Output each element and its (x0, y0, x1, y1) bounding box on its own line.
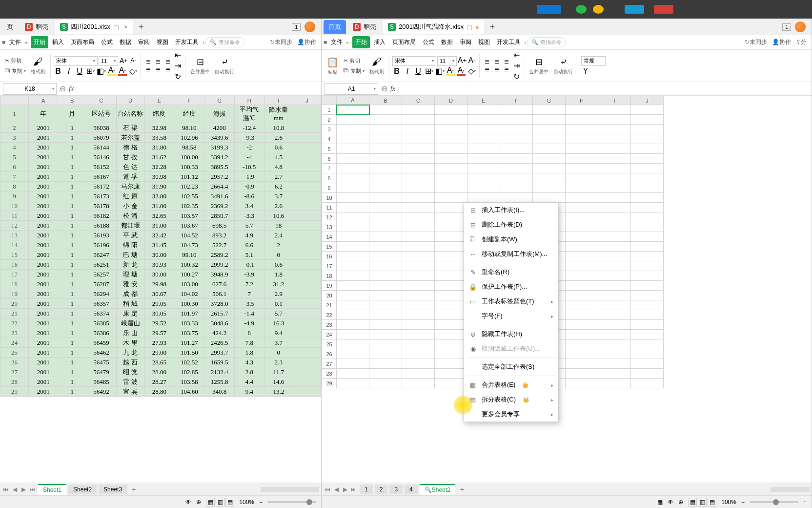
command-search-r[interactable]: 🔍 查找命令 (527, 37, 566, 47)
view-normal-r[interactable]: ▦ (688, 498, 697, 507)
align-top-right[interactable]: ≡ (163, 59, 172, 65)
cell-address-r[interactable]: A1▾ (325, 83, 378, 95)
fx-icon[interactable]: fx (387, 85, 398, 93)
zoom-out-icon[interactable]: ⊖ (60, 84, 66, 93)
tab-doke[interactable]: D 稻壳 (20, 20, 53, 34)
font-name-select-r[interactable]: 宋体▾ (392, 56, 436, 66)
highlight-button[interactable]: A▾ (107, 67, 116, 76)
ctx-tab-color[interactable]: ▭工作表标签颜色(T)▸ (464, 294, 558, 309)
underline-button[interactable]: U (414, 67, 423, 76)
currency-icon[interactable]: ¥ (581, 67, 590, 76)
sheet-nav-last[interactable]: ⏭ (28, 486, 36, 493)
italic-button[interactable]: I (403, 67, 412, 76)
tab-home[interactable]: 页 (2, 20, 18, 34)
ctx-hide[interactable]: ⊘隐藏工作表(H) (464, 327, 558, 341)
ctx-select-all[interactable]: 选定全部工作表(S) (464, 360, 558, 374)
align-top-left[interactable]: ≡ (144, 59, 153, 65)
align-right[interactable]: ≡ (163, 66, 172, 73)
eye-icon-r[interactable]: 👁 (668, 499, 673, 506)
highlight-button[interactable]: A▾ (446, 67, 455, 76)
align-top-center[interactable]: ≡ (154, 59, 162, 65)
sheet-nav-prev-r[interactable]: ◀ (332, 486, 340, 493)
merge-icon-r[interactable]: ⊟ (535, 57, 543, 67)
ctx-more-vip[interactable]: 更多会员专享▸ (464, 407, 558, 422)
tab-home-r[interactable]: 首页 (324, 20, 346, 34)
indent-inc[interactable]: ⇥ (173, 62, 182, 70)
view-break[interactable]: ▤ (225, 498, 234, 507)
font-color-button[interactable]: A▾ (118, 67, 127, 76)
ribbon-dev[interactable]: 开发工具 (172, 36, 202, 48)
ctx-copy-sheet[interactable]: ⿻创建副本(W) (464, 232, 558, 247)
view-normal[interactable]: ▦ (206, 498, 215, 507)
copy-button[interactable]: ⿻复制▾ (3, 66, 28, 76)
ribbon-view[interactable]: 视图 (154, 36, 171, 48)
indent-dec[interactable]: ⇤ (173, 51, 182, 60)
font-size-select-r[interactable]: 11▾ (437, 56, 457, 66)
sheet-nav-next[interactable]: ▶ (20, 486, 27, 493)
align-center[interactable]: ≡ (154, 66, 162, 73)
formula-input[interactable] (77, 84, 321, 94)
zoom-slider[interactable] (267, 501, 316, 503)
sync-status-r[interactable]: ↻未同步 (745, 38, 767, 46)
font-name-select[interactable]: 宋体▾ (54, 56, 98, 66)
bold-button[interactable]: B (392, 67, 401, 76)
ribbon-layout[interactable]: 页面布局 (68, 36, 97, 48)
sheet-num-4[interactable]: 4 (405, 485, 418, 494)
font-color-button[interactable]: A▾ (457, 67, 466, 76)
ctx-delete-sheet[interactable]: ⊟删除工作表(D) (464, 217, 558, 232)
font-grow-icon[interactable]: A+ (458, 56, 467, 65)
save-icon[interactable]: ▫ (25, 39, 27, 46)
ribbon-start-r[interactable]: 开始 (352, 36, 370, 48)
avatar-r[interactable] (795, 21, 806, 32)
formula-input-r[interactable] (398, 84, 812, 94)
font-grow-icon[interactable]: A+ (119, 56, 128, 65)
collab-status[interactable]: 👤协作 (297, 38, 316, 46)
tab-pin-icon[interactable]: ▢ (467, 23, 472, 31)
ctx-merge-tables[interactable]: ▦合并表格(E)👑▸ (464, 378, 558, 392)
bold-button[interactable]: B (54, 67, 62, 76)
ctx-move-sheet[interactable]: ↔移动或复制工作表(M)... (464, 247, 558, 261)
sync-status[interactable]: ↻未同步 (270, 38, 292, 46)
fx-icon[interactable]: fx (66, 85, 77, 93)
command-search[interactable]: 🔍 查找命令 (205, 37, 244, 47)
grid-icon-r[interactable]: ▦ (657, 499, 663, 506)
format-brush-icon[interactable]: 🖌 (33, 56, 43, 67)
ribbon-insert[interactable]: 插入 (49, 36, 67, 48)
tab-file-r[interactable]: S 2001四川气温降水.xlsx ▢ ● (383, 20, 484, 34)
hscroll-r[interactable] (771, 487, 810, 492)
ribbon-formula[interactable]: 公式 (98, 36, 116, 48)
cell-address[interactable]: K18▾ (3, 83, 57, 95)
ribbon-start[interactable]: 开始 (31, 36, 48, 48)
sheet-tab-1[interactable]: Sheet1 (38, 484, 66, 495)
font-shrink-icon[interactable]: A- (129, 56, 138, 65)
center-icon-r[interactable]: ⊕ (678, 499, 683, 506)
clear-format-button[interactable]: ◇▾ (129, 67, 138, 76)
fill-color-button[interactable]: ◧▾ (435, 67, 444, 76)
view-layout[interactable]: ▥ (216, 498, 224, 507)
zoom-out-r[interactable]: − (741, 499, 745, 506)
underline-button[interactable]: U (75, 67, 84, 76)
save-icon[interactable]: ▫ (346, 39, 348, 46)
sheet-nav-next-r[interactable]: ▶ (341, 486, 349, 493)
data-grid-left[interactable]: ABCDEFGHIJ1年月区站号台站名称纬度经度海拔平均气温℃降水量mm2200… (0, 96, 321, 397)
ctx-insert-sheet[interactable]: ⊞插入工作表(I)... (464, 203, 558, 217)
ribbon-review[interactable]: 审阅 (135, 36, 153, 48)
zoom-out[interactable]: − (259, 499, 263, 506)
close-icon[interactable]: × (124, 23, 128, 31)
merge-icon[interactable]: ⊟ (197, 57, 204, 67)
sheet-tab-2[interactable]: Sheet2 (68, 485, 97, 494)
font-size-select[interactable]: 11▾ (99, 56, 118, 66)
paste-icon[interactable]: 📋 (326, 56, 339, 68)
sheet-tab-3[interactable]: Sheet3 (99, 485, 127, 494)
cut-button-r[interactable]: ✂剪切 (342, 56, 366, 65)
font-shrink-icon[interactable]: A- (467, 56, 476, 65)
tab-pin-icon[interactable]: ▢ (113, 23, 119, 31)
share-r[interactable]: ⇪分 (796, 38, 807, 46)
tab-add-r[interactable]: + (486, 22, 499, 32)
ribbon-file[interactable]: 文件 (6, 36, 24, 48)
ctx-protect[interactable]: 🔒保护工作表(P)... (464, 279, 558, 294)
border-button[interactable]: ⊞▾ (425, 67, 433, 76)
eye-icon[interactable]: 👁 (185, 499, 191, 506)
fill-color-button[interactable]: ◧▾ (97, 67, 105, 76)
center-icon[interactable]: ⊕ (196, 499, 201, 506)
